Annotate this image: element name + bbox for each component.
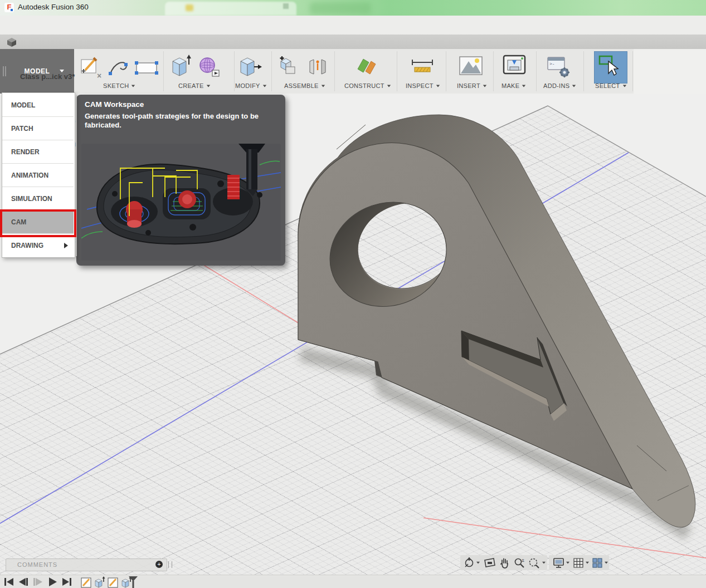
menu-item-simulation[interactable]: SIMULATION (2, 188, 74, 210)
extrude-icon[interactable] (170, 55, 192, 78)
viewports-icon[interactable] (592, 557, 603, 569)
orbit-caret[interactable] (476, 562, 480, 564)
svg-text:±: ± (522, 557, 524, 563)
timeline-feature-sketch[interactable] (81, 578, 91, 587)
make-3d-print-icon[interactable] (501, 53, 527, 79)
group-label-modify[interactable]: MODIFY (235, 82, 267, 89)
panel-grip (3, 66, 4, 76)
svg-text:>-: >- (549, 61, 555, 66)
background-blur (310, 2, 371, 14)
group-label-create[interactable]: CREATE (178, 82, 211, 89)
cam-highlight-box (0, 209, 76, 237)
display-caret[interactable] (566, 562, 569, 564)
timeline-bar (0, 575, 706, 588)
joint-icon[interactable] (306, 56, 329, 78)
add-ins-scripts-icon[interactable]: >- (546, 56, 572, 79)
play-icon[interactable] (49, 577, 57, 586)
look-at-icon[interactable] (484, 557, 496, 569)
tooltip-title: CAM Workspace (85, 100, 144, 109)
menu-item-patch[interactable]: PATCH (2, 117, 74, 140)
menu-item-drawing[interactable]: DRAWING (2, 234, 74, 257)
document-cube-icon (7, 37, 17, 47)
fusion-app-icon[interactable]: F (4, 3, 14, 12)
background-tab-favicon (186, 4, 193, 11)
comments-grip[interactable] (168, 561, 172, 568)
submenu-arrow-icon (64, 243, 68, 248)
comments-label: COMMENTS (17, 561, 57, 568)
axis-line-red-right (423, 518, 706, 558)
construct-plane-icon[interactable] (356, 55, 379, 78)
fusion360-window: F Autodesk Fusion 360 (0, 0, 706, 588)
step-back-icon[interactable] (19, 578, 28, 586)
group-label-select[interactable]: SELECT (595, 82, 627, 89)
select-cursor-icon (597, 55, 623, 80)
group-label-make[interactable]: MAKE (501, 82, 526, 89)
zoom-icon[interactable]: ± (514, 557, 526, 569)
insert-image-icon[interactable] (459, 55, 483, 77)
background-browser-tab (165, 2, 296, 16)
group-label-add-ins[interactable]: ADD-INS (543, 82, 576, 89)
grid-caret[interactable] (586, 562, 589, 564)
title-bar: F Autodesk Fusion 360 (0, 0, 706, 16)
spline-icon[interactable] (108, 58, 130, 77)
cam-workspace-tooltip: CAM Workspace Generates tool-path strate… (76, 95, 285, 266)
timeline-transport (4, 577, 77, 586)
viewports-caret[interactable] (605, 562, 608, 564)
timeline-feature-sketch-2[interactable] (108, 578, 118, 587)
add-comment-icon[interactable]: + (155, 561, 163, 568)
tooltip-body: Generates tool-path strategies for the d… (85, 112, 263, 130)
menu-item-render[interactable]: RENDER (2, 141, 74, 164)
timeline-features (81, 576, 142, 588)
group-label-insert[interactable]: INSERT (457, 82, 487, 89)
measure-icon[interactable] (411, 58, 434, 77)
new-component-icon[interactable] (277, 56, 300, 78)
rectangle-icon[interactable] (134, 60, 159, 76)
form-icon[interactable] (198, 56, 221, 78)
pan-icon[interactable] (499, 557, 510, 569)
document-tab-bar: Class p...ick v3* × (0, 35, 706, 49)
orbit-icon[interactable] (464, 557, 475, 569)
comments-bar[interactable]: COMMENTS + (6, 558, 167, 571)
step-forward-icon[interactable] (33, 578, 42, 586)
group-label-inspect[interactable]: INSPECT (406, 82, 440, 89)
group-label-sketch[interactable]: SKETCH (103, 82, 135, 89)
timeline-feature-extrude[interactable] (95, 576, 105, 587)
skip-to-start-icon[interactable] (4, 578, 13, 586)
grid-display-icon[interactable] (573, 557, 584, 569)
display-settings-icon[interactable] (553, 557, 565, 569)
group-label-assemble[interactable]: ASSEMBLE (284, 82, 325, 89)
press-pull-icon[interactable] (238, 56, 262, 78)
workspace-switcher-button[interactable]: MODEL (0, 49, 74, 94)
document-tab-label: Class p...ick v3* (20, 72, 75, 81)
document-tab-close-icon[interactable]: × (97, 71, 101, 80)
background-tab-close (283, 3, 289, 9)
quick-access-toolbar (0, 16, 706, 35)
menu-item-model[interactable]: MODEL (2, 94, 74, 117)
cam-preview-image (81, 144, 281, 263)
window-title: Autodesk Fusion 360 (18, 3, 89, 11)
fit-caret[interactable] (542, 562, 546, 564)
fit-icon[interactable] (528, 557, 541, 569)
menu-item-animation[interactable]: ANIMATION (2, 164, 74, 187)
skip-to-end-icon[interactable] (62, 578, 71, 586)
group-label-construct[interactable]: CONSTRUCT (344, 82, 391, 89)
